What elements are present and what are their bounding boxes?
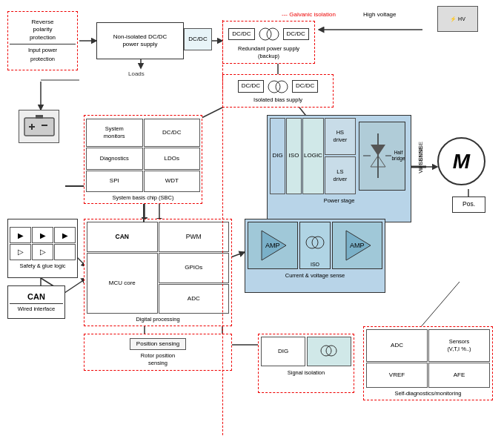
sg-cell1: ▶ [10,227,31,243]
vi-sense-label: V/I SENSE [414,122,427,196]
amp2-icon: AMP [342,227,372,264]
sd-afe: AFE [428,363,490,389]
rotor-position-block: Position sensing Rotor positionsensing [84,334,232,371]
motor-block: M [437,137,485,185]
galvanic-isolation-label: --- Galvanic isolation [282,11,336,18]
signal-isolation-block: DIG Signal isolation [258,334,354,393]
power-dig: DIG [270,118,285,194]
sg-cell3: ▶ [54,227,76,243]
dp-pwm: PWM [159,222,230,252]
svg-rect-29 [36,115,43,119]
sbc-wdt: WDT [144,171,201,192]
dcdc-nonisolated-label: Non-isolated DC/DCpower supply [113,33,167,49]
half-bridge-icon [359,130,391,182]
sg-cell6 [54,244,76,260]
sbc-ldos: LDOs [144,148,201,169]
sd-adc: ADC [366,329,428,362]
dp-gpios: GPIOs [159,253,230,283]
can-wired-label: CAN [27,291,45,302]
input-power-label: Input power protection [28,47,57,62]
amp1-icon: AMP [258,227,288,264]
transformer-icon [258,25,280,43]
power-hs-driver: HSdriver [325,118,356,155]
dp-adc: ADC [159,284,230,314]
si-iso [307,337,351,366]
pos-block: Pos. [452,196,485,213]
battery-symbol [19,110,59,143]
sbc-dcdc: DC/DC [144,119,201,147]
pos-label: Pos. [462,200,475,208]
sbc-system-monitors: Systemmonitors [86,119,143,147]
power-stage-block: DIG ISO LOGIC HSdriver LSdriver [267,115,411,222]
current-voltage-block: AMP ISO AMP Current & voltage sense [245,219,385,293]
dcdc-nonisolated-chip: DC/DC [184,28,212,50]
diagram: 12V Loads V/ [0,0,504,436]
battery-icon [21,112,58,142]
power-ls-driver: LSdriver [325,156,356,194]
dcdc-nonisolated-block: Non-isolated DC/DCpower supply [96,22,184,59]
reverse-polarity-block: Reverse polarity protection Input power … [7,11,78,70]
isolated-bias-block: DC/DC DC/DC Isolated bias supply [222,74,334,108]
reverse-polarity-label: Reverse polarity protection [30,19,56,42]
sbc-block: Systemmonitors DC/DC Diagnostics LDOs SP… [84,115,202,204]
vertical-connector-sbc-dp [143,204,145,222]
digital-processing-block: CAN PWM MCU core GPIOs ADC Digital proce… [84,219,232,326]
cv-amp1: AMP [248,222,298,269]
transformer2-icon [267,79,289,95]
iso-icon [305,224,325,261]
sd-vref: VREF [366,363,428,389]
dp-can: CAN [87,222,158,252]
cv-iso: ISO [299,222,331,269]
svg-text:AMP: AMP [350,242,365,249]
svg-point-35 [268,81,280,93]
sbc-diagnostics: Diagnostics [86,148,143,169]
sg-cell2: ▶ [32,227,53,243]
power-iso: ISO [286,118,302,194]
sg-cell4: ▷ [10,244,31,260]
high-voltage-label: High voltage [363,11,396,18]
svg-text:Loads: Loads [128,70,145,77]
dp-mcu-core: MCU core [87,253,158,314]
connector-symbol: ⚡ HV [437,6,478,32]
si-dig: DIG [261,337,305,366]
can-wired-block: CAN Wired interface [7,285,65,319]
horizontal-connector-sbc-safety [65,185,84,187]
cv-amp2: AMP [332,222,382,269]
power-logic: LOGIC [302,118,324,194]
sd-sensors: Sensors(V,T,I %..) [428,329,490,362]
redundant-power-block: DC/DC DC/DC Redundant power supply(backu… [222,21,315,64]
self-diag-block: ADC Sensors(V,T,I %..) VREF AFE Self-dia… [363,326,493,400]
sbc-spi: SPI [86,171,143,192]
half-bridge-symbol: Halfbridge [359,122,405,190]
sg-cell5: ▷ [32,244,53,260]
svg-marker-38 [371,145,385,156]
svg-point-34 [267,28,279,40]
safety-glue-block: ▶ ▶ ▶ ▷ ▷ Safety & glue logic [7,219,78,278]
svg-point-33 [259,28,271,40]
si-iso-icon [319,338,339,364]
svg-point-36 [276,81,288,93]
svg-text:AMP: AMP [265,242,280,249]
motor-label: M [453,150,470,174]
